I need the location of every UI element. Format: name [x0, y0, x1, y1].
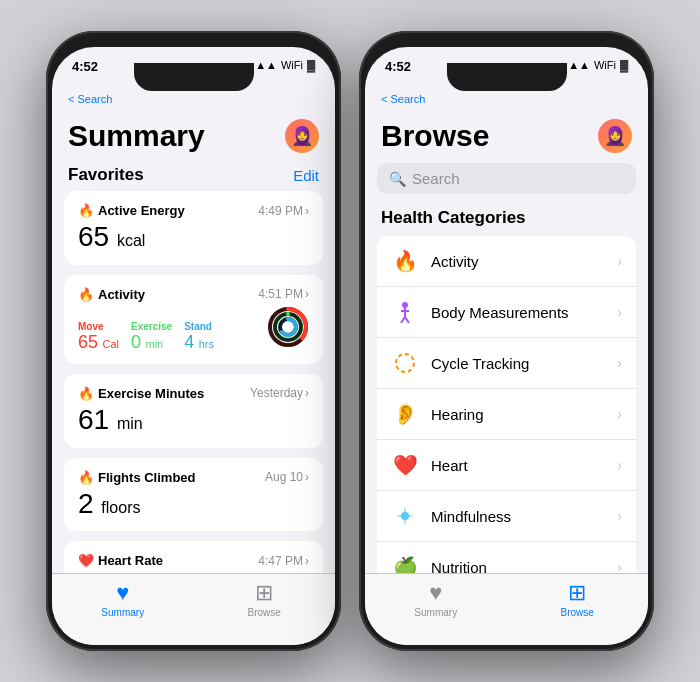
tab-browse-left[interactable]: ⊞ Browse	[194, 582, 336, 618]
cycle-category-icon	[391, 349, 419, 377]
chevron-active-energy: ›	[305, 204, 309, 218]
body-category-icon	[391, 298, 419, 326]
activity-category-name: Activity	[431, 253, 605, 270]
flights-climbed-title: 🔥 Flights Climbed	[78, 470, 196, 485]
tab-summary-right[interactable]: ♥ Summary	[365, 582, 507, 618]
stand-value: 4	[184, 332, 194, 352]
flights-climbed-value: 2 floors	[78, 489, 309, 520]
summary-tab-label-right: Summary	[414, 607, 457, 618]
flame-icon-activity: 🔥	[78, 287, 94, 302]
browse-tab-label-left: Browse	[248, 607, 281, 618]
summary-screen-content: Summary 🧕 Favorites Edit 🔥 Active Energy	[52, 111, 335, 573]
activity-title: 🔥 Activity	[78, 287, 145, 302]
mindfulness-chevron: ›	[617, 508, 622, 524]
heart-category-name: Heart	[431, 457, 605, 474]
notch	[134, 63, 254, 91]
status-icons-left: ▲▲▲ WiFi ▓	[244, 59, 315, 71]
category-item-activity[interactable]: 🔥 Activity ›	[377, 236, 636, 287]
health-categories-title: Health Categories	[365, 204, 648, 236]
search-icon: 🔍	[389, 171, 406, 187]
stand-stat: Stand 4 hrs	[184, 321, 214, 352]
body-category-name: Body Measurements	[431, 304, 605, 321]
right-phone: 4:52 ▲▲▲ WiFi ▓ < Search Browse 🧕 🔍 Sear…	[359, 31, 654, 651]
active-energy-time: 4:49 PM ›	[258, 204, 309, 218]
search-bar[interactable]: 🔍 Search	[377, 163, 636, 194]
move-unit: Cal	[102, 338, 119, 350]
hearing-category-name: Hearing	[431, 406, 605, 423]
flame-icon-exercise: 🔥	[78, 386, 94, 401]
category-list: 🔥 Activity ›	[377, 236, 636, 573]
back-button-left[interactable]: < Search	[68, 93, 112, 105]
category-item-body[interactable]: Body Measurements ›	[377, 287, 636, 338]
activity-card[interactable]: 🔥 Activity 4:51 PM › Move 65 Cal	[64, 275, 323, 364]
move-stat: Move 65 Cal	[78, 321, 119, 352]
move-value: 65	[78, 332, 98, 352]
category-item-hearing[interactable]: 👂 Hearing ›	[377, 389, 636, 440]
active-energy-value: 65 kcal	[78, 222, 309, 253]
category-item-cycle[interactable]: Cycle Tracking ›	[377, 338, 636, 389]
nutrition-category-name: Nutrition	[431, 559, 605, 574]
active-energy-card[interactable]: 🔥 Active Energy 4:49 PM › 65 kcal	[64, 191, 323, 265]
chevron-heart-rate: ›	[305, 554, 309, 568]
activity-chevron: ›	[617, 253, 622, 269]
nutrition-category-icon: 🍏	[391, 553, 419, 573]
body-chevron: ›	[617, 304, 622, 320]
battery-icon-right: ▓	[620, 59, 628, 71]
heart-icon-rate: ❤️	[78, 553, 94, 568]
tab-browse-right[interactable]: ⊞ Browse	[507, 582, 649, 618]
exercise-label: Exercise	[131, 321, 172, 332]
stand-label: Stand	[184, 321, 214, 332]
notch-right	[447, 63, 567, 91]
hearing-category-icon: 👂	[391, 400, 419, 428]
tab-bar-left: ♥ Summary ⊞ Browse	[52, 573, 335, 645]
edit-button[interactable]: Edit	[293, 167, 319, 184]
avatar-right[interactable]: 🧕	[598, 119, 632, 153]
activity-ring	[267, 306, 309, 352]
browse-tab-icon-left: ⊞	[255, 582, 273, 604]
exercise-stat: Exercise 0 min	[131, 321, 172, 352]
page-title-browse: Browse 🧕	[365, 111, 648, 157]
mindfulness-category-icon	[391, 502, 419, 530]
page-title-summary: Summary 🧕	[52, 111, 335, 157]
nav-bar-right[interactable]: < Search	[365, 91, 648, 111]
activity-stats-row: Move 65 Cal Exercise 0 min Stand 4 h	[78, 306, 309, 352]
category-item-mindfulness[interactable]: Mindfulness ›	[377, 491, 636, 542]
tab-bar-right: ♥ Summary ⊞ Browse	[365, 573, 648, 645]
cycle-chevron: ›	[617, 355, 622, 371]
search-placeholder: Search	[412, 170, 460, 187]
nutrition-chevron: ›	[617, 559, 622, 573]
wifi-icon: WiFi	[281, 59, 303, 71]
cycle-category-name: Cycle Tracking	[431, 355, 605, 372]
flights-climbed-time: Aug 10 ›	[265, 470, 309, 484]
status-icons-right: ▲▲▲ WiFi ▓	[557, 59, 628, 71]
left-screen: 4:52 ▲▲▲ WiFi ▓ < Search Summary 🧕 Favor…	[52, 47, 335, 645]
favorites-header: Favorites Edit	[52, 157, 335, 191]
exercise-minutes-title: 🔥 Exercise Minutes	[78, 386, 204, 401]
tab-summary-left[interactable]: ♥ Summary	[52, 582, 194, 618]
chevron-flights: ›	[305, 470, 309, 484]
hearing-chevron: ›	[617, 406, 622, 422]
svg-line-10	[405, 317, 409, 323]
category-item-heart[interactable]: ❤️ Heart ›	[377, 440, 636, 491]
exercise-value: 0	[131, 332, 141, 352]
avatar-left[interactable]: 🧕	[285, 119, 319, 153]
exercise-minutes-value: 61 min	[78, 405, 309, 436]
browse-screen-content: Browse 🧕 🔍 Search Health Categories 🔥 Ac…	[365, 111, 648, 573]
back-button-right[interactable]: < Search	[381, 93, 425, 105]
category-item-nutrition[interactable]: 🍏 Nutrition ›	[377, 542, 636, 573]
summary-tab-icon: ♥	[116, 582, 129, 604]
nav-bar-left[interactable]: < Search	[52, 91, 335, 111]
heart-rate-card[interactable]: ❤️ Heart Rate 4:47 PM › 87 BPM	[64, 541, 323, 573]
favorites-title: Favorites	[68, 165, 144, 185]
exercise-unit: min	[145, 338, 163, 350]
flame-icon-flights: 🔥	[78, 470, 94, 485]
move-label: Move	[78, 321, 119, 332]
heart-chevron: ›	[617, 457, 622, 473]
exercise-minutes-time: Yesterday ›	[250, 386, 309, 400]
flights-climbed-card[interactable]: 🔥 Flights Climbed Aug 10 › 2 floors	[64, 458, 323, 532]
status-time-right: 4:52	[385, 59, 411, 74]
exercise-minutes-card[interactable]: 🔥 Exercise Minutes Yesterday › 61 min	[64, 374, 323, 448]
browse-tab-label-right: Browse	[561, 607, 594, 618]
browse-tab-icon-right: ⊞	[568, 582, 586, 604]
activity-time: 4:51 PM ›	[258, 287, 309, 301]
